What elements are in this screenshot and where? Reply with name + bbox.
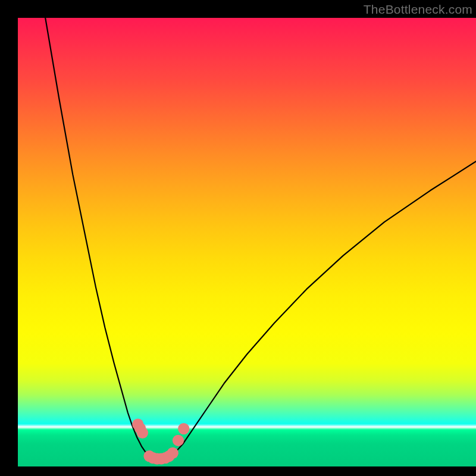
data-marker xyxy=(167,447,178,459)
curve-layer xyxy=(18,18,476,466)
series-right-branch xyxy=(176,161,476,452)
data-marker xyxy=(178,423,189,434)
data-marker xyxy=(137,427,148,439)
chart-frame: TheBottleneck.com xyxy=(0,0,476,476)
plot-area xyxy=(18,18,476,466)
watermark-text: TheBottleneck.com xyxy=(364,2,472,17)
series-left-branch xyxy=(45,18,145,452)
data-marker xyxy=(173,435,184,446)
